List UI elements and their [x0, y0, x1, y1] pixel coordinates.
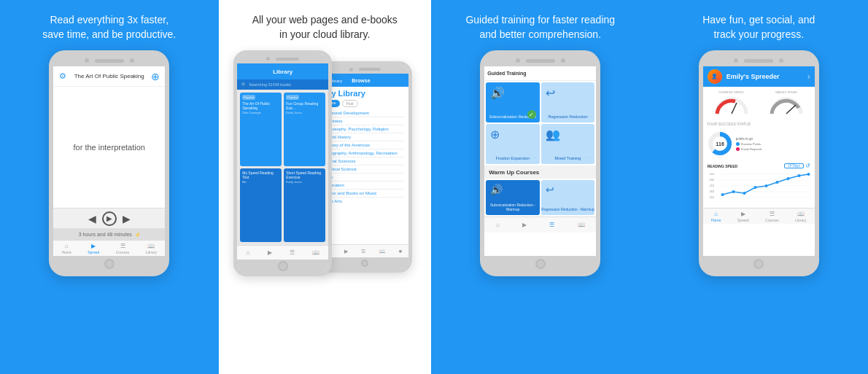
cat-business[interactable]: Business — [325, 117, 405, 125]
panel-read-faster: Read everything 3x faster, save time, an… — [0, 0, 219, 374]
prev-icon[interactable]: ◀ — [88, 213, 96, 225]
svg-text:460: 460 — [709, 178, 714, 182]
home-icon: ⌂ — [65, 243, 69, 249]
play-button[interactable]: ▶ — [102, 211, 117, 226]
courses-icon-t: ☰ — [549, 222, 554, 228]
chevron-right-icon[interactable]: › — [807, 71, 810, 82]
lib-card-3[interactable]: My Speed Reading Test Me — [240, 168, 282, 242]
card-title-1: The Art Of Public Speaking — [242, 101, 279, 110]
cat-political[interactable]: Political Science — [325, 165, 405, 174]
lib-home-circle — [278, 261, 288, 271]
lib-home-btn[interactable] — [237, 260, 328, 273]
training-card-mixed[interactable]: 👥 Mixed Training ··· — [541, 124, 595, 164]
s-nav-courses[interactable]: ☰Courses — [765, 211, 779, 222]
my-library-title: My Library — [321, 87, 408, 100]
browse-home-btn[interactable] — [321, 257, 408, 269]
browse-nav: ⌂ ▶ ☰ 📖 ■ — [321, 244, 408, 257]
legend-label-success: Success Points — [741, 142, 761, 146]
t-nav-library[interactable]: 📖 — [578, 222, 585, 228]
warmup-card-subvocal[interactable]: 🔊 Subvocalization Reduction - Warmup — [486, 180, 540, 215]
cat-finearts[interactable]: Fine Arts — [325, 198, 405, 205]
browse-nav-library[interactable]: 📖 — [379, 249, 386, 254]
spreed-icon-t: ▶ — [522, 222, 527, 228]
t-nav-spreed[interactable]: ▶ — [522, 222, 527, 228]
card-tag-1: Popular — [242, 95, 255, 100]
avatar-image: 👤 — [708, 69, 722, 84]
t-nav-home[interactable]: ⌂ — [496, 222, 500, 228]
dots-icon-3: ··· — [587, 155, 592, 161]
card-author-2: Emily Jones — [286, 111, 323, 114]
training-card-subvocal[interactable]: 🔊 Subvocalization Reduction ✓ — [486, 82, 540, 122]
cat-world-history[interactable]: World History — [325, 133, 405, 141]
target-speed-gauge — [768, 96, 805, 116]
s-nav-spreed[interactable]: ▶Spreed — [737, 211, 749, 222]
lib-notch — [237, 54, 328, 63]
guided-training-title: Guided Training — [487, 71, 526, 76]
svg-point-14 — [721, 193, 724, 196]
panel2-tagline: All your web pages and e-books in your c… — [252, 13, 398, 42]
lib-card-1[interactable]: Popular The Art Of Public Speaking Dale … — [240, 93, 282, 166]
home-button[interactable] — [53, 256, 165, 272]
cat-personal[interactable]: Personal Development — [325, 109, 405, 117]
lib-nav-courses[interactable]: ☰ — [290, 249, 295, 256]
mixed-label: Mixed Training — [555, 156, 581, 160]
nav-home[interactable]: ⌂Home — [61, 243, 71, 254]
points-to-go-label: points to go — [736, 137, 762, 141]
gear-icon[interactable]: ⚙ — [58, 71, 68, 82]
card-title-4: Short Speed Reading Exercise — [286, 171, 323, 179]
phone1-screen: ⚙ The Art Of Public Speaking ⊕ for the i… — [53, 66, 165, 256]
filter-paid[interactable]: Paid — [342, 100, 358, 107]
warmup-card-regression[interactable]: ↩ Regression Reduction - Warmup — [541, 180, 595, 215]
training-card-fixation[interactable]: ⊕ Fixation Expansion ··· — [486, 124, 540, 164]
refresh-icon[interactable]: ↺ — [805, 163, 810, 169]
nav-spreed[interactable]: ▶Spreed — [88, 243, 99, 254]
cat-education[interactable]: Education — [325, 182, 405, 190]
nav-courses-s-label: Courses — [765, 218, 779, 222]
s-nav-home[interactable]: ⌂Home — [711, 211, 721, 222]
training-cards-grid: 🔊 Subvocalization Reduction ✓ ↩ Regressi… — [484, 81, 596, 165]
nav-courses[interactable]: ☰Courses — [116, 243, 130, 254]
phone3-home-btn[interactable] — [484, 256, 596, 272]
cat-philosophy[interactable]: Philosophy, Psychology, Religion — [325, 125, 405, 133]
browse-nav-courses[interactable]: ☰ — [361, 249, 365, 254]
library-search[interactable]: 🔍 Searching 31434 books — [237, 79, 328, 90]
svg-point-19 — [775, 181, 778, 184]
phone3-notch — [484, 55, 596, 66]
lib-card-4[interactable]: Short Speed Reading Exercise Emily Jones — [284, 168, 325, 242]
home-icon-l: ⌂ — [246, 249, 249, 256]
svg-point-17 — [753, 186, 756, 189]
cat-law[interactable]: Law — [325, 174, 405, 182]
success-donut: 116 — [707, 130, 733, 157]
cat-americas[interactable]: History of the Americas — [325, 141, 405, 149]
phone3-home-circle — [535, 259, 546, 269]
phone4-home-btn[interactable] — [703, 256, 815, 272]
svg-point-15 — [732, 190, 735, 193]
library-cards: Popular The Art Of Public Speaking Dale … — [237, 90, 328, 245]
lib-nav-home[interactable]: ⌂ — [246, 249, 249, 256]
cat-geography[interactable]: Geography, Anthropology, Recreation — [325, 149, 405, 157]
training-card-regression[interactable]: ↩ Regression Reduction ··· — [541, 82, 595, 122]
svg-text:410: 410 — [709, 184, 714, 187]
browse-nav-spreed[interactable]: ▶ — [344, 249, 348, 254]
next-icon[interactable]: ▶ — [123, 213, 131, 225]
nav-library[interactable]: 📖Library — [146, 243, 157, 254]
cat-music[interactable]: Music and Books on Music — [325, 190, 405, 198]
chart-header: READING SPEED 14 Days ↺ — [708, 163, 810, 169]
lib-nav-spreed[interactable]: ▶ — [268, 249, 272, 256]
browse-nav-store[interactable]: ■ — [399, 249, 402, 254]
cat-social[interactable]: Social Sciences — [325, 157, 405, 165]
lib-nav-library[interactable]: 📖 — [312, 249, 319, 256]
period-dropdown[interactable]: 14 Days — [784, 163, 804, 168]
reader-content: for the interpretation — [53, 87, 165, 208]
lib-card-2[interactable]: Popular Fun Group Reading Exe... Emily J… — [284, 93, 325, 166]
phone4-screen: 👤 Emily's Spreeder › CURRENT SPEED — [703, 66, 815, 256]
courses-icon-s: ☰ — [770, 211, 775, 217]
browse-notch — [321, 65, 408, 74]
s-nav-library[interactable]: 📖Library — [795, 211, 806, 222]
t-nav-courses[interactable]: ☰ — [549, 222, 554, 228]
reading-time: 3 hours and 48 minutes ⚡ — [53, 228, 165, 240]
add-icon[interactable]: ⊕ — [150, 71, 160, 82]
spreed-icon: ▶ — [91, 243, 96, 249]
card-title-2: Fun Group Reading Exe... — [286, 101, 323, 110]
legend-dot-success — [736, 142, 740, 146]
